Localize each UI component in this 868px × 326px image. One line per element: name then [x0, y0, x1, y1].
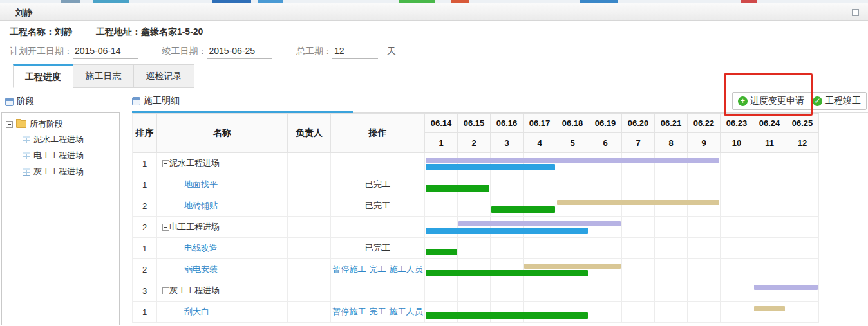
col-header-order: 排序	[133, 114, 157, 152]
date-header-cell: 06.14	[425, 114, 458, 132]
tree-root-label: 所有阶段	[30, 118, 63, 130]
tree-root[interactable]: 所有阶段	[6, 118, 115, 130]
row-timeline	[425, 217, 819, 237]
gantt-bar-actual-group	[426, 164, 555, 170]
row-owner	[288, 280, 331, 301]
date-header-cell: 06.22	[688, 114, 721, 132]
row-order: 1	[133, 153, 157, 174]
date-header-cell: 06.19	[589, 114, 622, 132]
gantt-row: 2弱电安装暂停施工完工施工人员	[133, 259, 819, 280]
day-header-cell: 1	[425, 133, 458, 152]
project-summary: 工程名称：刘静 工程地址：鑫缘名家1-5-20	[10, 26, 203, 38]
project-address-label: 工程地址：	[96, 26, 141, 37]
row-owner	[288, 302, 331, 322]
date-header-cell: 06.23	[721, 114, 753, 132]
day-header-cell: 3	[491, 133, 524, 152]
col-header-owner: 负责人	[288, 114, 331, 152]
row-ops	[331, 153, 425, 174]
row-name-link[interactable]: 刮大白	[184, 306, 209, 318]
duration-input[interactable]: 12	[332, 46, 378, 59]
row-owner	[288, 217, 331, 237]
op-status-text: 已完工	[365, 242, 390, 254]
row-owner	[288, 174, 331, 195]
project-address-value: 鑫缘名家1-5-20	[141, 26, 203, 37]
row-name-label: 灰工工程进场	[169, 285, 220, 296]
row-name-cell: 电线改造	[157, 238, 288, 258]
day-header-cell: 12	[786, 133, 819, 152]
gantt-table: 排序 名称 负责人 操作 06.1406.1506.1606.1706.1806…	[132, 113, 819, 323]
progress-change-request-button[interactable]: + 进度变更申请	[732, 92, 810, 110]
gantt-bar-plan-item	[557, 200, 719, 205]
op-action-link[interactable]: 施工人员	[390, 264, 423, 275]
row-name-cell: 弱电安装	[157, 259, 288, 280]
row-ops: 暂停施工完工施工人员	[331, 259, 425, 280]
tree-item-label: 电工工程进场	[33, 150, 84, 161]
gantt-row: 1刮大白暂停施工完工施工人员	[133, 302, 819, 323]
row-ops: 已完工	[331, 174, 425, 195]
tab-progress[interactable]: 工程进度	[13, 64, 73, 88]
op-status-text: 已完工	[365, 179, 390, 190]
collapse-icon[interactable]	[6, 121, 13, 128]
row-timeline	[425, 238, 819, 258]
gantt-bar-actual-item	[426, 312, 588, 319]
panel-icon	[5, 98, 14, 106]
op-action-link[interactable]: 施工人员	[390, 306, 423, 318]
progress-change-request-label: 进度变更申请	[750, 95, 804, 107]
day-header-cell: 4	[524, 133, 556, 152]
row-name-link[interactable]: 电线改造	[184, 242, 218, 254]
row-name-cell: 电工工程进场	[157, 217, 288, 237]
op-action-link[interactable]: 完工	[370, 306, 386, 318]
row-name-link[interactable]: 弱电安装	[184, 264, 218, 275]
day-header-cell: 6	[589, 133, 622, 152]
project-dates: 计划开工日期：2015-06-14 竣工日期：2015-06-25 总工期：12…	[10, 46, 396, 59]
op-status-text: 已完工	[365, 200, 390, 212]
row-order: 3	[133, 280, 157, 301]
row-order: 2	[133, 217, 157, 237]
tree-item[interactable]: 灰工工程进场	[23, 166, 115, 177]
row-timeline	[425, 280, 819, 301]
project-complete-button[interactable]: ✓ 工程竣工	[807, 92, 867, 110]
row-name-link[interactable]: 地砖铺贴	[184, 200, 218, 212]
start-date-input[interactable]: 2015-06-14	[73, 46, 138, 59]
gantt-row: 3灰工工程进场	[133, 280, 819, 302]
day-header-cell: 7	[622, 133, 655, 152]
finish-date-input[interactable]: 2015-06-25	[207, 46, 272, 59]
window-control-icon[interactable]	[852, 9, 859, 16]
date-header-cell: 06.20	[622, 114, 655, 132]
date-header-cell: 06.24	[753, 114, 786, 132]
collapse-icon[interactable]	[162, 160, 169, 167]
gantt-row: 1电线改造已完工	[133, 238, 819, 259]
row-order: 2	[133, 259, 157, 280]
gantt-bar-plan-item	[524, 264, 621, 269]
op-action-link[interactable]: 完工	[370, 264, 386, 275]
plus-circle-icon: +	[738, 96, 748, 106]
date-header-cell: 06.21	[655, 114, 688, 132]
row-name-cell: 地砖铺贴	[157, 195, 288, 216]
stage-tree-items: 泥水工程进场电工工程进场灰工工程进场	[23, 134, 115, 177]
folder-icon	[16, 120, 26, 128]
app-window: 刘静 工程名称：刘静 工程地址：鑫缘名家1-5-20 计划开工日期：2015-0…	[0, 0, 868, 326]
gantt-bar-actual-item	[426, 249, 457, 255]
finish-date-label: 竣工日期：	[162, 46, 207, 56]
tree-item[interactable]: 电工工程进场	[23, 150, 115, 161]
collapse-icon[interactable]	[162, 224, 169, 231]
row-name-link[interactable]: 地面找平	[184, 179, 218, 190]
tab-inspection[interactable]: 巡检记录	[134, 64, 194, 88]
tab-log[interactable]: 施工日志	[73, 64, 134, 88]
table-icon	[23, 136, 30, 143]
op-action-link[interactable]: 暂停施工	[333, 264, 366, 275]
col-header-name: 名称	[157, 114, 288, 152]
check-circle-icon: ✓	[813, 96, 822, 106]
row-ops	[331, 280, 425, 301]
panel-icon	[132, 97, 140, 105]
row-timeline	[425, 259, 819, 280]
op-action-link[interactable]: 暂停施工	[333, 306, 366, 318]
row-ops: 暂停施工完工施工人员	[331, 302, 425, 322]
tree-item[interactable]: 泥水工程进场	[23, 134, 115, 145]
gantt-bar-actual-group	[426, 228, 588, 234]
tree-item-label: 泥水工程进场	[33, 134, 84, 145]
gantt-bar-plan-group	[426, 158, 719, 163]
gantt-row: 2地砖铺贴已完工	[133, 195, 819, 217]
collapse-icon[interactable]	[162, 287, 169, 294]
detail-panel-title: 施工明细	[144, 95, 180, 107]
